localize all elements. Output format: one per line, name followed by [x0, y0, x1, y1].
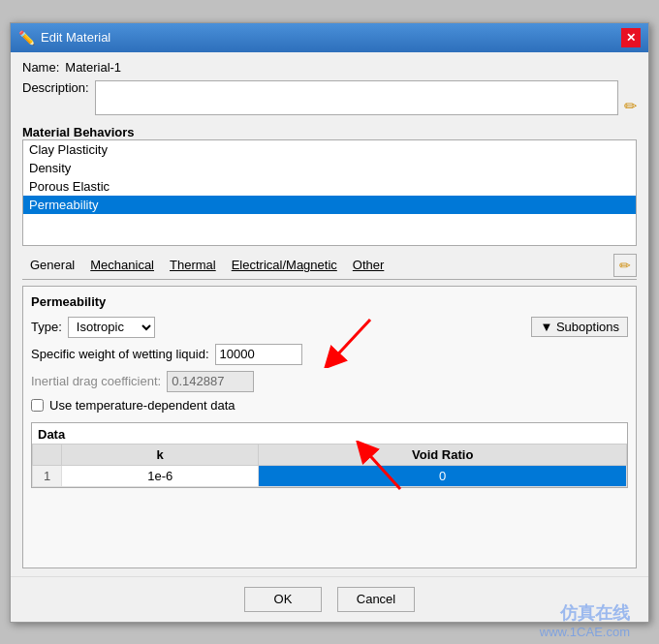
description-row: Description: ✏ — [22, 80, 637, 115]
tab-mechanical[interactable]: Mechanical — [82, 256, 162, 274]
ok-button[interactable]: OK — [244, 587, 322, 612]
name-row: Name: Material-1 — [22, 60, 637, 75]
cell-void-ratio-1[interactable]: 0 — [259, 465, 627, 486]
type-label: Type: — [31, 320, 62, 334]
temp-checkbox-row: Use temperature-dependent data — [31, 398, 628, 413]
type-select[interactable]: Isotropic — [68, 317, 155, 338]
data-table-wrapper: k Void Ratio 1 1e-6 0 — [32, 444, 627, 487]
data-section-title: Data — [32, 423, 627, 444]
tab-general[interactable]: General — [22, 256, 82, 274]
dialog-body: Name: Material-1 Description: ✏ Material… — [11, 52, 648, 576]
temp-checkbox-label: Use temperature-dependent data — [49, 398, 235, 413]
close-button[interactable]: ✕ — [621, 28, 641, 47]
inertial-drag-input — [167, 371, 254, 392]
specific-weight-wrapper: Specific weight of wetting liquid: — [31, 344, 628, 365]
specific-weight-label: Specific weight of wetting liquid: — [31, 347, 209, 361]
name-label: Name: — [22, 60, 59, 75]
suboptions-button[interactable]: ▼ Suboptions — [531, 317, 628, 337]
inertial-drag-row: Inertial drag coefficient: — [31, 371, 628, 392]
edit-material-dialog: ✏️ Edit Material ✕ Name: Material-1 Desc… — [10, 22, 649, 623]
dialog-footer: OK Cancel — [11, 576, 648, 622]
dialog-title: Edit Material — [41, 30, 110, 45]
type-row: Type: Isotropic ▼ Suboptions — [31, 317, 628, 338]
temp-checkbox[interactable] — [31, 399, 44, 412]
data-table: k Void Ratio 1 1e-6 0 — [32, 444, 627, 487]
description-input[interactable] — [95, 80, 618, 115]
behavior-porous-elastic[interactable]: Porous Elastic — [23, 177, 636, 196]
cancel-button[interactable]: Cancel — [337, 587, 415, 612]
inertial-drag-label: Inertial drag coefficient: — [31, 374, 161, 388]
permeability-section: Permeability Type: Isotropic ▼ Suboption… — [22, 286, 637, 568]
tab-other[interactable]: Other — [345, 256, 392, 274]
watermark-line2: www.1CAE.com — [540, 625, 630, 639]
name-value: Material-1 — [65, 60, 121, 75]
table-row: 1 1e-6 0 — [33, 465, 627, 486]
description-pencil-icon[interactable]: ✏ — [624, 97, 637, 115]
behavior-clay-plasticity[interactable]: Clay Plasticity — [23, 140, 636, 159]
row-num-1: 1 — [33, 465, 62, 486]
specific-weight-row: Specific weight of wetting liquid: — [31, 344, 628, 365]
specific-weight-input[interactable] — [215, 344, 302, 365]
dialog-icon: ✏️ — [18, 30, 35, 46]
material-behaviors-section: Material Behaviors Clay Plasticity Densi… — [22, 121, 637, 246]
material-behaviors-title: Material Behaviors — [22, 125, 637, 139]
title-bar-left: ✏️ Edit Material — [18, 30, 110, 46]
behavior-density[interactable]: Density — [23, 159, 636, 177]
data-section: Data k Void Ratio 1 — [31, 422, 628, 488]
tab-thermal[interactable]: Thermal — [162, 256, 224, 274]
tab-edit-pencil-icon[interactable]: ✏ — [613, 254, 637, 277]
title-bar: ✏️ Edit Material ✕ — [11, 23, 648, 52]
behaviors-list: Clay Plasticity Density Porous Elastic P… — [22, 139, 637, 246]
col-header-void-ratio: Void Ratio — [259, 444, 627, 465]
cell-k-1[interactable]: 1e-6 — [62, 465, 259, 486]
col-header-k: k — [62, 444, 259, 465]
type-left: Type: Isotropic — [31, 317, 155, 338]
permeability-title: Permeability — [31, 294, 628, 309]
behavior-permeability[interactable]: Permeability — [23, 196, 636, 214]
tab-electrical-magnetic[interactable]: Electrical/Magnetic — [224, 256, 345, 274]
col-header-index — [33, 444, 62, 465]
suboptions-label: ▼ Suboptions — [540, 320, 619, 334]
nav-tabs: General Mechanical Thermal Electrical/Ma… — [22, 254, 637, 280]
description-label: Description: — [22, 80, 89, 95]
